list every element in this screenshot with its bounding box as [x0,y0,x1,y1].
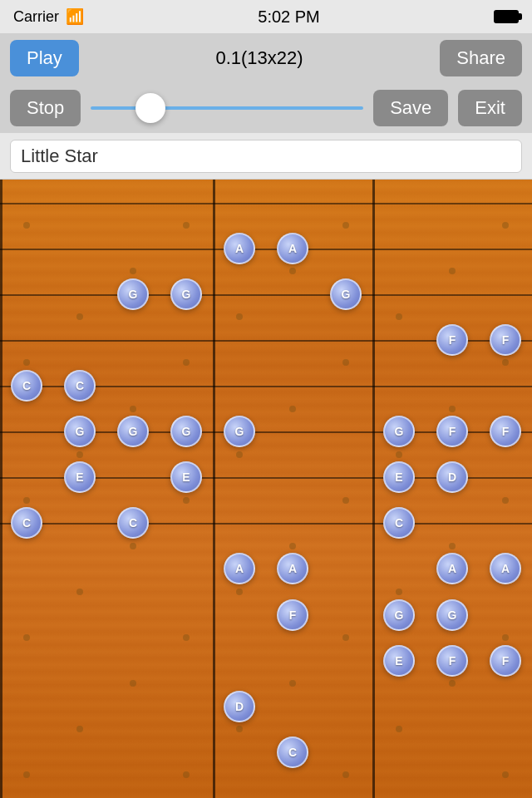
note-bubble[interactable]: G [64,416,96,447]
note-bubble[interactable]: E [170,461,202,493]
note-bubble[interactable]: G [117,416,149,447]
play-button[interactable]: Play [10,40,79,76]
note-bubble[interactable]: G [170,278,202,310]
note-bubble[interactable]: G [117,278,149,310]
fret-dot [130,680,136,687]
save-button[interactable]: Save [373,90,448,126]
note-bubble[interactable]: D [224,691,255,722]
wifi-icon: 📶 [66,7,84,26]
fret-dot [236,726,243,732]
note-bubble[interactable]: F [436,645,468,677]
fret-dot [23,497,30,504]
note-bubble[interactable]: E [383,461,415,493]
fret-dot [449,268,456,274]
battery-icon [494,10,519,23]
note-bubble[interactable]: E [64,461,96,493]
toolbar-second: Stop Save Exit [0,83,532,133]
string-line [0,203,532,204]
note-bubble[interactable]: F [277,599,308,631]
exit-button[interactable]: Exit [458,90,522,126]
fret-dot [396,451,402,458]
note-bubble[interactable]: C [11,370,42,401]
note-bubble[interactable]: G [383,416,415,447]
status-bar: Carrier 📶 5:02 PM [0,0,532,33]
string-line [0,249,532,250]
fret-dot [183,359,190,366]
note-bubble[interactable]: F [490,324,521,356]
fret-dot [23,634,30,641]
fretboard: AAGGGFFCCGGGGGFFEEEDCCCAAAAGGFFFEDC [0,180,532,798]
fret-dot [502,771,509,778]
note-bubble[interactable]: C [117,507,149,539]
fret-dot [342,634,349,641]
note-bubble[interactable]: C [277,736,308,768]
fret-dot [236,589,243,595]
fret-dot [342,359,349,366]
fret-dot [183,497,190,504]
fret-dot [289,406,296,412]
fret-dot [236,451,243,458]
fret-dot [289,268,296,274]
note-bubble[interactable]: A [277,233,308,264]
fret-dot [502,222,509,229]
fret-dot [183,634,190,641]
title-label: 0.1(13x22) [215,47,303,69]
fret-dot [76,313,83,320]
status-right [494,10,519,23]
toolbar-top: Play 0.1(13x22) Share [0,33,532,83]
fret-dot [342,497,349,504]
fret-dot [183,222,190,229]
status-left: Carrier 📶 [13,7,84,26]
fret-dot [236,313,243,320]
note-bubble[interactable]: F [490,645,521,677]
fret-dot [502,634,509,641]
fret-dot [76,451,83,458]
fret-dot [396,313,402,320]
fret-dot [23,222,30,229]
note-bubble[interactable]: C [383,507,415,539]
note-bubble[interactable]: G [330,278,362,310]
note-bubble[interactable]: G [224,416,255,447]
note-bubble[interactable]: F [490,416,521,447]
note-bubble[interactable]: D [436,461,468,493]
note-bubble[interactable]: A [224,233,255,264]
song-name-bar [0,133,532,180]
stop-button[interactable]: Stop [10,90,81,126]
fret-dot [289,680,296,687]
note-bubble[interactable]: F [436,324,468,356]
note-bubble[interactable]: G [170,416,202,447]
string-line [0,294,532,296]
slider-track [91,106,363,110]
fret-dot [449,680,456,687]
share-button[interactable]: Share [440,40,522,76]
note-bubble[interactable]: E [383,645,415,677]
fret-dot [449,543,456,549]
fret-dot [449,406,456,412]
fret-dot [396,589,402,595]
fret-dot [502,359,509,366]
fret-dot [502,497,509,504]
fret-line [0,180,2,798]
carrier-label: Carrier [13,8,59,26]
note-bubble[interactable]: G [383,599,415,631]
note-bubble[interactable]: A [490,553,521,584]
song-name-input[interactable] [10,140,522,173]
fret-dot [130,406,136,412]
string-line [0,523,532,525]
note-bubble[interactable]: A [436,553,468,584]
playback-slider[interactable] [91,90,363,126]
fret-line [372,180,375,798]
time-label: 5:02 PM [258,7,319,27]
note-bubble[interactable]: C [64,370,96,401]
note-bubble[interactable]: A [277,553,308,584]
fret-dot [396,726,402,732]
slider-thumb[interactable] [135,93,165,123]
note-bubble[interactable]: C [11,507,42,539]
note-bubble[interactable]: F [436,416,468,447]
note-bubble[interactable]: A [224,553,255,584]
note-bubble[interactable]: G [436,599,468,631]
fret-dot [76,589,83,595]
fret-dot [183,771,190,778]
fret-dot [342,222,349,229]
fret-dot [342,771,349,778]
